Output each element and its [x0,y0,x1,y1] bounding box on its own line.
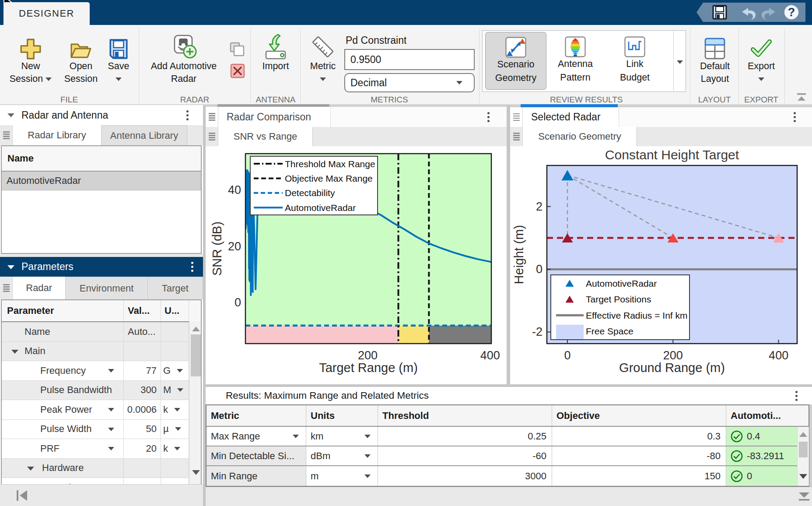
delete-radar-button[interactable] [230,63,245,80]
unit-dropdown-icon[interactable] [177,388,183,392]
drag-handle-icon[interactable] [510,107,523,127]
threshold-value[interactable]: -60 [378,446,552,465]
scrollbar-thumb[interactable] [799,442,808,457]
export-button[interactable]: Export [742,29,780,85]
scroll-up-icon[interactable] [799,432,807,437]
new-session-button[interactable]: New Session [6,29,55,85]
threshold-value[interactable]: 0.25 [378,427,552,446]
objective-value[interactable]: -80 [552,446,726,465]
splitter-bottom[interactable] [206,384,812,387]
library-row-automotiveradar[interactable]: AutomotiveRadar [2,172,201,190]
tab-scenario-geometry[interactable]: Scenario Geometry [523,127,637,146]
tab-target[interactable]: Target [148,277,203,299]
unit-dropdown-icon[interactable] [175,427,181,431]
scroll-down-icon[interactable] [192,470,200,475]
collapse-panel-icon[interactable] [7,112,15,118]
results-row-min-range[interactable]: Min Range m 3000 150 0 [206,466,808,486]
drag-handle-icon[interactable] [206,107,218,127]
selected-panel-title-tab[interactable]: Selected Radar [523,107,619,127]
svg-text:400: 400 [769,349,788,362]
pd-format-select[interactable]: Decimal [344,73,475,92]
param-dropdown-icon[interactable] [108,369,114,372]
param-group-main[interactable]: Main [2,342,201,362]
tab-snr-vs-range[interactable]: SNR vs Range [218,127,313,146]
panel-menu-icon[interactable] [487,110,489,124]
drag-handle-icon[interactable] [0,125,13,145]
pd-format-value: Decimal [350,77,387,89]
scenario-geometry-button[interactable]: Scenario Geometry [485,32,546,90]
collapse-left-icon[interactable] [16,489,29,502]
param-row-peak-power[interactable]: Peak Power 0.0006 k [2,400,201,420]
splitter-center[interactable] [507,105,510,384]
panel-menu-icon[interactable] [186,109,188,122]
new-session-icon [6,29,55,60]
selected-panel-active-strip[interactable] [521,104,618,107]
panel-menu-icon[interactable] [191,260,193,274]
collapse-panel-icon[interactable] [7,264,15,270]
param-dropdown-icon[interactable] [108,428,114,431]
scroll-down-icon[interactable] [799,474,807,479]
param-row-noise-temperature[interactable]: Noise T... 2900 K [2,478,201,484]
comparison-panel-title-tab[interactable]: Radar Comparison [218,107,331,127]
pd-constraint-input[interactable]: 0.9500 [344,49,475,70]
results-row-max-range[interactable]: Max Range km 0.25 0.3 0.4 [206,427,808,446]
param-row-pulse-bandwidth[interactable]: Pulse Bandwidth 300 M [2,381,201,401]
param-row-frequency[interactable]: Frequency 77 G [2,361,201,381]
import-button[interactable]: Import [256,29,295,73]
unit-dropdown-icon[interactable] [174,408,180,411]
add-automotive-radar-button[interactable]: Add Automotive Radar [144,29,223,85]
param-dropdown-icon[interactable] [108,447,114,450]
panel-menu-icon[interactable] [794,110,795,124]
results-panel-title: Results: Maximum Range and Related Metri… [226,390,429,401]
tab-radar[interactable]: Radar [13,277,66,299]
save-button[interactable]: Save [106,29,131,85]
radar-designer-app: DESIGNER ? [0,0,812,506]
units-dropdown-icon[interactable] [364,435,371,438]
antenna-pattern-button[interactable]: Antenna Pattern [545,32,606,90]
tab-radar-library[interactable]: Radar Library [13,125,102,145]
gallery-expand-button[interactable] [677,58,683,66]
expand-group-icon[interactable] [27,466,34,471]
param-group-hardware[interactable]: Hardware [2,459,201,478]
drag-handle-icon[interactable] [510,127,523,146]
threshold-value[interactable]: 3000 [378,466,552,486]
units-dropdown-icon[interactable] [364,454,371,458]
objective-value[interactable]: 0.3 [552,427,726,446]
param-row-prf[interactable]: PRF 20 k [2,439,201,459]
parameters-scrollbar[interactable] [189,321,202,484]
tab-environment[interactable]: Environment [66,277,147,299]
param-row-name[interactable]: Name Auto... [2,322,201,342]
svg-text:Ground Range (m): Ground Range (m) [619,361,725,375]
drag-handle-icon[interactable] [0,277,13,299]
link-budget-button[interactable]: Link Budget [604,32,665,90]
scrollbar-thumb[interactable] [191,334,201,376]
results-scrollbar[interactable] [797,427,809,486]
collapse-ribbon-button[interactable] [796,93,807,103]
help-icon[interactable]: ? [784,5,798,19]
param-row-pulse-width[interactable]: Pulse Width 50 µ [2,420,201,439]
tab-antenna-library[interactable]: Antenna Library [102,125,187,145]
library-panel-header[interactable]: Radar and Antenna [0,105,203,126]
unit-dropdown-icon[interactable] [174,447,180,450]
open-session-button[interactable]: Open Session [56,29,105,85]
copy-radar-button[interactable] [229,42,245,59]
param-dropdown-icon[interactable] [108,408,114,411]
splitter-left[interactable] [203,105,206,506]
expand-group-icon[interactable] [11,349,18,354]
unit-dropdown-icon[interactable] [177,369,183,372]
tab-designer[interactable]: DESIGNER [4,2,90,25]
results-row-min-detectable[interactable]: Min Detectable Si... dBm -60 -80 -83.291… [206,446,808,466]
metric-dropdown-icon[interactable] [293,435,299,438]
metric-button[interactable]: Metric [304,29,342,85]
objective-value[interactable]: 150 [552,466,726,486]
save-icon[interactable] [713,6,726,19]
drag-handle-icon[interactable] [206,127,218,146]
svg-text:Constant Height Target: Constant Height Target [605,148,739,162]
parameters-panel-header[interactable]: Parameters [0,257,203,277]
default-layout-button[interactable]: Default Layout [695,29,735,85]
parameters-tabstrip: Radar Environment Target [0,277,203,299]
collapse-bottom-icon[interactable] [798,492,810,502]
scroll-up-icon[interactable] [192,327,200,331]
panel-menu-icon[interactable] [795,389,797,403]
units-dropdown-icon[interactable] [364,474,371,478]
